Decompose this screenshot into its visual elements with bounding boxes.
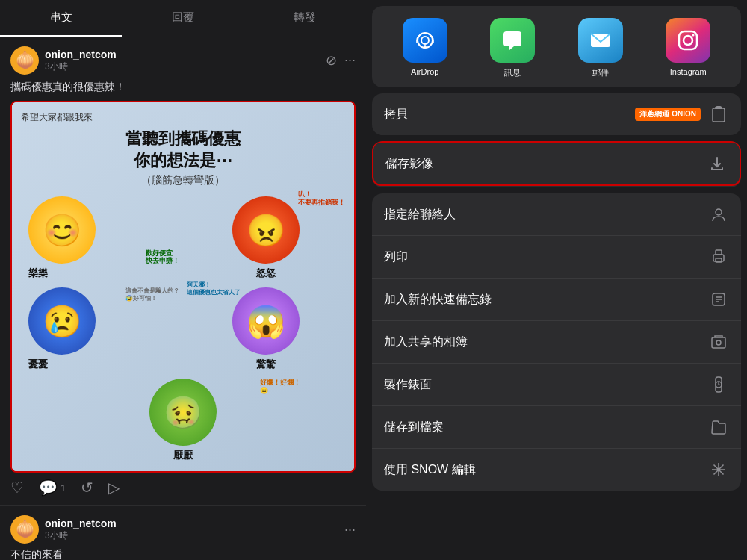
watchface-label: 製作錶面 [384,377,708,393]
sadness-bubble: 這會不會是騙人的？😰好可怕！ [125,287,179,302]
watchface-row[interactable]: 製作錶面 [372,364,741,406]
post-2-meta: onion_netcom 3小時 [45,517,344,542]
share-button[interactable]: ▷ [108,479,120,497]
add-note-label: 加入新的快速備忘錄 [384,292,708,308]
more-icon[interactable]: ··· [344,52,356,69]
sadness-label: 憂憂 [28,358,48,371]
fear-label: 驚驚 [256,358,276,371]
svg-point-9 [716,209,722,215]
add-album-row[interactable]: 加入共享的相簿 [372,321,741,364]
tab-repost[interactable]: 轉發 [244,0,366,37]
add-album-icon [708,332,729,352]
share-app-mail[interactable]: 郵件 [578,18,623,78]
post-1-meta: onion_netcom 3小時 [45,49,326,73]
left-panel: 串文 回覆 轉發 🧅 onion_netcom 3小時 ⊘ ··· 攜碼優惠真的… [0,0,366,560]
airdrop-label: AirDrop [411,67,438,76]
post-1-actions: ⊘ ··· [326,52,356,69]
save-image-row[interactable]: 儲存影像 [372,141,741,186]
disgust-bubble: 好爛！好爛！😑 [260,379,300,395]
more-icon-2[interactable]: ··· [344,522,356,538]
joy-label: 樂樂 [28,267,48,280]
disgust-label: 厭厭 [173,449,193,462]
post-2: 🧅 onion_netcom 3小時 ··· 不信的來看 pse.is/648p… [0,506,366,560]
comment-count: 1 [61,482,66,494]
save-image-label: 儲存影像 [385,156,707,172]
svg-rect-8 [716,106,722,109]
post-2-text: 不信的來看 [10,548,356,560]
meme-subtitle: （腦筋急轉彎版） [21,174,345,187]
svg-point-1 [421,37,429,44]
anger-bubble: 叭！不要再推銷我！ [298,190,345,207]
print-label: 列印 [384,249,708,265]
meme-cell-anger: 😠 怒怒 叭！不要再推銷我！ [187,196,345,280]
emotion-disgust: 🤢 [149,379,217,446]
share-app-messages[interactable]: 訊息 [490,18,535,78]
post-2-username: onion_netcom [45,517,344,529]
share-apps-row: AirDrop 訊息 郵件 [372,6,741,87]
assign-contact-icon [708,204,729,225]
share-app-airdrop[interactable]: AirDrop [403,18,447,78]
action-list: 拷貝 洋蔥網通 ONION 儲存影像 [366,87,747,560]
post-1: 🧅 onion_netcom 3小時 ⊘ ··· 攜碼優惠真的很優惠辣！ 希望大… [0,37,366,506]
snow-edit-label: 使用 SNOW 編輯 [384,462,708,478]
add-album-label: 加入共享的相簿 [384,335,708,350]
clipboard-icon [708,104,729,125]
edit-icon[interactable]: ⊘ [326,52,337,69]
like-button[interactable]: ♡ [10,479,24,497]
assign-contact-label: 指定給聯絡人 [384,207,708,223]
heart-icon: ♡ [10,479,24,497]
share-app-instagram[interactable]: Instagram [666,18,710,78]
add-note-row[interactable]: 加入新的快速備忘錄 [372,279,741,321]
post-1-time: 3小時 [45,60,326,73]
save-files-row[interactable]: 儲存到檔案 [372,406,741,449]
emotion-fear: 😱 [232,287,300,355]
meme-cell-sadness: 😢 憂憂 這會不會是騙人的？😰好可怕！ [21,287,179,371]
comment-button[interactable]: 💬 1 [39,479,66,497]
print-row[interactable]: 列印 [372,236,741,279]
svg-rect-7 [713,108,725,122]
airdrop-svg [413,28,437,52]
tab-reply[interactable]: 回覆 [122,0,244,37]
joy-bubble: 歡好便宜快去申辦！ [146,249,179,266]
snow-edit-icon [708,459,729,480]
instagram-label: Instagram [670,67,707,76]
meme-cell-fear: 😱 驚驚 阿天哪！這個優惠也太省人了 [187,287,345,371]
svg-point-15 [716,340,721,345]
svg-rect-11 [716,250,722,255]
meme-cell-disgust: 🤢 厭厭 好爛！好爛！😑 [21,379,345,462]
emotion-anger: 😠 [232,196,300,264]
avatar-2: 🧅 [10,515,39,544]
meme-title: 當聽到攜碼優惠你的想法是⋯ [21,128,345,171]
save-image-section: 儲存影像 [372,141,741,187]
meme-grid: 😠 怒怒 叭！不要再推銷我！ 😊 [21,196,345,462]
comment-icon: 💬 [39,479,58,497]
svg-rect-12 [716,258,722,262]
avatar-1: 🧅 [10,46,39,75]
svg-point-4 [684,36,692,45]
messages-icon [490,18,535,63]
post-area: 🧅 onion_netcom 3小時 ⊘ ··· 攜碼優惠真的很優惠辣！ 希望大… [0,37,366,560]
actions-section-1: 指定給聯絡人 列印 [372,193,741,491]
emotion-joy: 😊 [28,196,96,264]
post-1-header: 🧅 onion_netcom 3小時 ⊘ ··· [10,46,356,75]
share-icon: ▷ [108,479,120,497]
mail-label: 郵件 [592,67,609,78]
instagram-icon [666,18,710,63]
tab-thread[interactable]: 串文 [0,0,122,37]
svg-point-5 [692,34,695,37]
messages-label: 訊息 [504,67,521,78]
save-files-icon [708,417,729,438]
post-1-image[interactable]: 希望大家都跟我來 當聽到攜碼優惠你的想法是⋯ （腦筋急轉彎版） 😠 怒怒 [10,101,356,473]
snow-edit-row[interactable]: 使用 SNOW 編輯 [372,449,741,491]
emotion-sadness: 😢 [28,287,96,355]
add-note-icon [708,289,729,310]
retweet-button[interactable]: ↺ [81,479,93,497]
assign-contact-row[interactable]: 指定給聯絡人 [372,193,741,236]
anger-label: 怒怒 [256,267,276,280]
right-panel: AirDrop 訊息 郵件 [366,0,747,560]
clipboard-row[interactable]: 拷貝 洋蔥網通 ONION [372,93,741,135]
svg-rect-14 [712,337,725,348]
save-files-label: 儲存到檔案 [384,420,708,435]
post-1-footer: ♡ 💬 1 ↺ ▷ [10,479,356,497]
airdrop-icon [403,18,447,63]
